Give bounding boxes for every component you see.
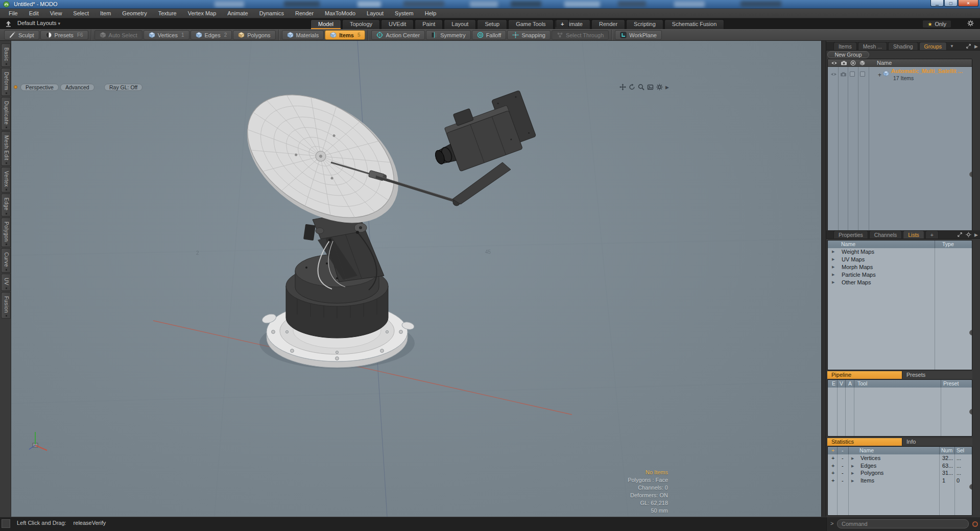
- tab-statistics[interactable]: Statistics: [827, 438, 902, 446]
- menu-item[interactable]: Dynamics: [254, 9, 290, 18]
- chevron-down-icon[interactable]: ▼: [947, 44, 956, 50]
- menu-item[interactable]: Render: [290, 9, 319, 18]
- layout-tab[interactable]: Model: [310, 19, 341, 29]
- cube-icon[interactable]: [859, 60, 865, 66]
- tab-presets[interactable]: Presets: [902, 371, 972, 379]
- zoom-icon[interactable]: [638, 84, 644, 90]
- left-tool-tab[interactable]: Vertex: [1, 167, 11, 192]
- expand-plus[interactable]: +: [831, 455, 834, 461]
- expand-plus-icon[interactable]: +: [878, 71, 881, 79]
- eye-icon[interactable]: [831, 61, 838, 65]
- table-row-vertices[interactable]: + - ▶ Vertices 32... ...: [828, 454, 972, 462]
- command-history-icon[interactable]: [972, 521, 978, 527]
- layout-tab[interactable]: UVEdit: [381, 19, 414, 29]
- panel-arrow-icon[interactable]: ▶: [665, 85, 669, 90]
- table-row-polygons[interactable]: + - ▶ Polygons 31... ...: [828, 469, 972, 477]
- panel-tab[interactable]: Groups: [919, 42, 947, 50]
- eye-icon[interactable]: [830, 72, 837, 77]
- toolbar-button-items[interactable]: Items 5: [325, 30, 365, 40]
- panel-tab[interactable]: Lists: [903, 230, 924, 238]
- left-tool-tab[interactable]: Curve: [1, 248, 11, 273]
- command-input[interactable]: [837, 519, 969, 528]
- toolbar-button-vertices[interactable]: Vertices 1: [144, 30, 189, 40]
- toolbar-button-falloff[interactable]: Falloff: [472, 30, 507, 40]
- list-item[interactable]: ▶ Morph Maps: [828, 263, 972, 271]
- add-layout-tab-button[interactable]: +: [556, 19, 569, 27]
- layout-tab[interactable]: Paint: [415, 19, 443, 29]
- panel-arrow-icon[interactable]: ▶: [974, 232, 978, 237]
- expand-arrow-icon[interactable]: ▶: [851, 464, 854, 468]
- viewport-shading-button[interactable]: Advanced: [60, 84, 94, 91]
- maximize-button[interactable]: ▢: [944, 0, 958, 7]
- group-checkbox[interactable]: [850, 71, 855, 77]
- layout-tab[interactable]: Game Tools: [508, 19, 554, 29]
- viewport-projection-button[interactable]: Perspective: [20, 84, 59, 91]
- menu-item[interactable]: View: [44, 9, 68, 18]
- menu-item[interactable]: Item: [94, 9, 116, 18]
- left-tool-tab[interactable]: Basic: [1, 43, 11, 67]
- menu-item[interactable]: Vertex Map: [182, 9, 222, 18]
- menu-item[interactable]: Texture: [153, 9, 182, 18]
- panel-grip[interactable]: [969, 172, 972, 177]
- list-item[interactable]: ▶ UV Maps: [828, 256, 972, 263]
- pan-icon[interactable]: [619, 84, 626, 90]
- menu-item[interactable]: Geometry: [116, 9, 152, 18]
- left-tool-tab[interactable]: Duplicate: [1, 97, 11, 130]
- menu-item[interactable]: Edit: [23, 9, 44, 18]
- expand-arrow-icon[interactable]: ▶: [832, 273, 834, 277]
- list-item[interactable]: ▶ Particle Maps: [828, 271, 972, 279]
- new-group-button[interactable]: New Group: [827, 51, 869, 58]
- group-checkbox[interactable]: [860, 71, 865, 77]
- layout-tab[interactable]: Scripting: [626, 19, 663, 29]
- expand-plus[interactable]: +: [831, 470, 834, 476]
- expand-arrow-icon[interactable]: ▶: [851, 479, 854, 483]
- group-row-automatic-multi-satellite[interactable]: + Automatic_Multi_Satellit ... 17 Items: [828, 67, 972, 83]
- collapse-minus[interactable]: -: [842, 470, 844, 476]
- status-corner-widget[interactable]: [2, 519, 10, 528]
- toolbar-button-action-center[interactable]: Action Center: [371, 30, 425, 40]
- tab-info[interactable]: Info: [902, 438, 972, 446]
- pin-layout-icon[interactable]: [5, 20, 12, 28]
- expand-panel-icon[interactable]: [966, 43, 971, 49]
- toolbar-button-materials[interactable]: Materials: [282, 30, 324, 40]
- expand-plus[interactable]: +: [831, 463, 834, 469]
- only-filter-button[interactable]: ★Only: [922, 20, 951, 28]
- left-tool-tab[interactable]: Deform: [1, 68, 11, 96]
- toolbar-button-auto-select[interactable]: Auto Select: [94, 30, 142, 40]
- menu-item[interactable]: File: [3, 9, 23, 18]
- panel-splitter[interactable]: [821, 41, 826, 517]
- panel-tab[interactable]: Channels: [869, 230, 902, 238]
- toolbar-button-symmetry[interactable]: Symmetry: [426, 30, 471, 40]
- expand-arrow-icon[interactable]: ▶: [832, 250, 834, 254]
- close-button[interactable]: ✕: [958, 0, 978, 7]
- groups-list-body[interactable]: + Automatic_Multi_Satellit ... 17 Items: [828, 67, 972, 232]
- minimize-button[interactable]: ▁: [930, 0, 944, 7]
- panel-grip[interactable]: [969, 409, 972, 415]
- panel-tab[interactable]: Shading: [888, 42, 918, 50]
- toolbar-button-select-through[interactable]: Select Through: [552, 30, 609, 40]
- toolbar-button-snapping[interactable]: Snapping: [507, 30, 551, 40]
- left-tool-tab[interactable]: Polygon: [1, 218, 11, 248]
- gear-icon[interactable]: [966, 232, 971, 237]
- gear-icon[interactable]: [656, 84, 663, 90]
- rotate-icon[interactable]: [629, 84, 635, 90]
- toolbar-button-sculpt[interactable]: Sculpt: [4, 30, 39, 40]
- list-item[interactable]: ▶ Weight Maps: [828, 248, 972, 256]
- layout-tab[interactable]: Topology: [342, 19, 380, 29]
- pipeline-body[interactable]: [828, 388, 972, 437]
- expand-panel-icon[interactable]: [957, 232, 963, 237]
- panel-tab[interactable]: Mesh ...: [858, 42, 887, 50]
- menu-item[interactable]: Animate: [222, 9, 253, 18]
- layout-tab[interactable]: Schematic Fusion: [664, 19, 724, 29]
- table-row-items[interactable]: + - ▶ Items 1 0: [828, 477, 972, 485]
- panel-tab[interactable]: +: [925, 230, 939, 238]
- collapse-minus[interactable]: -: [842, 477, 844, 484]
- expand-arrow-icon[interactable]: ▶: [851, 471, 854, 475]
- list-item[interactable]: ▶ Other Maps: [828, 279, 972, 286]
- layout-tab[interactable]: Setup: [477, 19, 507, 29]
- collapse-minus[interactable]: -: [842, 455, 844, 461]
- panel-grip[interactable]: [969, 484, 972, 490]
- expand-plus[interactable]: +: [831, 477, 834, 484]
- panel-arrow-icon[interactable]: ▶: [974, 44, 978, 49]
- viewport-3d[interactable]: Perspective Advanced Ray GL: Off ▶ 2 45 …: [11, 41, 821, 517]
